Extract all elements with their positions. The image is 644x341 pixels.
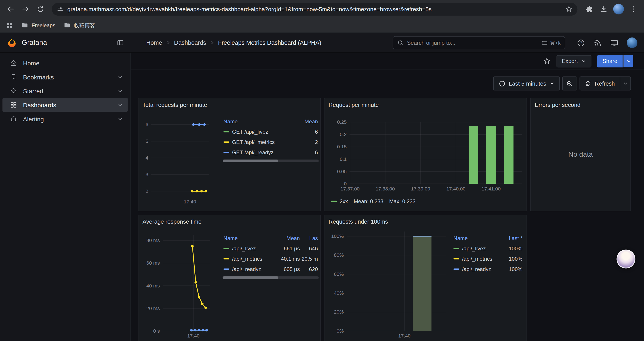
legend-col-last[interactable]: Last * xyxy=(501,235,522,241)
series-name[interactable]: GET /api/_metrics xyxy=(223,139,298,145)
panel-title[interactable]: Request per minute xyxy=(328,102,379,108)
series-name[interactable]: /api/_metrics xyxy=(454,256,501,262)
bookmark-folder-label: 收藏博客 xyxy=(74,22,95,29)
series-color-swatch xyxy=(223,131,229,133)
url-bar[interactable]: grafana.mathmast.com/d/deytv4rwavabkb/fr… xyxy=(52,3,577,15)
bookmark-folder-blogs[interactable]: 收藏博客 xyxy=(64,22,95,29)
series-name[interactable]: /api/_readyz xyxy=(454,266,501,272)
svg-text:40%: 40% xyxy=(334,290,344,296)
series-name[interactable]: 2xx xyxy=(331,198,348,204)
bookmark-star-icon[interactable] xyxy=(565,5,572,13)
legend-scrollbar[interactable] xyxy=(223,160,319,162)
chevron-down-icon xyxy=(626,59,631,63)
browser-menu-button[interactable] xyxy=(627,3,640,16)
sidebar-item-bookmarks[interactable]: Bookmarks xyxy=(2,70,128,84)
series-mean: 2 xyxy=(298,139,318,145)
request-per-minute-chart[interactable]: 0.250.20.150.10.05017:37:0017:38:0017:39… xyxy=(327,115,525,197)
svg-text:0.2: 0.2 xyxy=(340,132,346,137)
series-mean: 605 µs xyxy=(276,266,300,272)
svg-text:100%: 100% xyxy=(331,233,344,239)
share-button[interactable]: Share xyxy=(597,55,622,67)
dashboard-actions-bar: Export Share xyxy=(131,53,644,70)
average-response-time-chart[interactable]: 80 ms60 ms40 ms20 ms0 s17:40 xyxy=(140,231,215,341)
breadcrumb-dashboards[interactable]: Dashboards xyxy=(174,39,206,46)
legend-col-mean[interactable]: Mean xyxy=(298,119,318,125)
grafana-header: Grafana Home Dashboards Freeleaps Metric… xyxy=(0,33,644,53)
sidebar-item-dashboards[interactable]: Dashboards xyxy=(2,98,128,112)
display-icon[interactable] xyxy=(610,38,618,47)
svg-text:40 ms: 40 ms xyxy=(146,283,160,288)
grafana-logo[interactable] xyxy=(6,37,17,48)
collapse-sidebar-button[interactable] xyxy=(116,39,124,46)
chevron-right-icon xyxy=(210,40,214,45)
refresh-split-button: Refresh xyxy=(580,77,631,91)
series-name[interactable]: /api/_metrics xyxy=(223,256,276,262)
assistant-avatar-overlay[interactable] xyxy=(616,249,635,268)
sidebar-item-home[interactable]: Home xyxy=(2,56,128,70)
legend-row: /api/_metrics 100% xyxy=(453,254,523,264)
search-box[interactable]: ⌘+k xyxy=(392,36,565,49)
chevron-down-icon xyxy=(623,81,628,86)
forward-button[interactable] xyxy=(19,3,32,16)
series-mean: 40.1 ms xyxy=(276,256,300,262)
time-range-picker[interactable]: Last 5 minutes xyxy=(493,77,560,91)
help-icon[interactable]: ? xyxy=(577,38,585,47)
legend-col-mean[interactable]: Mean xyxy=(276,235,300,241)
series-name[interactable]: GET /api/_readyz xyxy=(223,149,298,155)
panel-title[interactable]: Total requests per minute xyxy=(142,102,207,108)
chevron-down-icon[interactable] xyxy=(118,102,123,108)
legend-col-name[interactable]: Name xyxy=(223,119,298,125)
browser-toolbar: grafana.mathmast.com/d/deytv4rwavabkb/fr… xyxy=(0,0,644,18)
apps-grid-icon[interactable] xyxy=(6,22,13,29)
chevron-down-icon[interactable] xyxy=(118,88,123,94)
legend-inline: 2xx Mean: 0.233 Max: 0.233 xyxy=(331,198,416,204)
legend-scrollbar-thumb[interactable] xyxy=(223,276,278,279)
svg-text:3: 3 xyxy=(146,172,148,177)
legend-col-name[interactable]: Name xyxy=(454,235,501,241)
series-name[interactable]: GET /api/_livez xyxy=(223,129,298,135)
legend-col-last[interactable]: Las xyxy=(300,235,318,241)
breadcrumb-home[interactable]: Home xyxy=(146,39,162,46)
downloads-button[interactable] xyxy=(597,3,610,16)
legend-scrollbar[interactable] xyxy=(223,276,319,279)
series-name[interactable]: /api/_livez xyxy=(223,245,276,252)
zoom-out-button[interactable] xyxy=(562,77,577,91)
legend-col-name[interactable]: Name xyxy=(223,235,276,241)
panel-title[interactable]: Requests under 100ms xyxy=(328,218,388,225)
export-button[interactable]: Export xyxy=(556,55,592,67)
svg-text:17:41:00: 17:41:00 xyxy=(482,186,501,192)
search-input[interactable] xyxy=(407,40,538,46)
brand-name: Grafana xyxy=(22,38,47,47)
refresh-interval-button[interactable] xyxy=(620,77,630,90)
panel-errors-per-second: Errors per second No data xyxy=(530,98,631,211)
site-settings-icon[interactable] xyxy=(57,6,64,13)
url-text[interactable]: grafana.mathmast.com/d/deytv4rwavabkb/fr… xyxy=(67,6,561,12)
news-rss-icon[interactable] xyxy=(594,39,602,47)
star-outline-icon xyxy=(543,57,551,65)
back-button[interactable] xyxy=(4,3,17,16)
svg-text:0 s: 0 s xyxy=(153,328,160,334)
sidebar-item-starred[interactable]: Starred xyxy=(2,84,128,98)
share-button-label: Share xyxy=(602,58,618,64)
svg-text:20 ms: 20 ms xyxy=(146,306,160,311)
refresh-button[interactable]: Refresh xyxy=(580,77,620,90)
total-requests-chart[interactable]: 6543217:40 xyxy=(140,115,215,211)
sidebar-item-alerting[interactable]: Alerting xyxy=(2,112,128,126)
panel-title[interactable]: Average response time xyxy=(142,218,202,225)
user-avatar[interactable] xyxy=(627,38,638,48)
share-menu-button[interactable] xyxy=(624,55,633,67)
requests-under-100ms-chart[interactable]: 100%80%60%40%20%0%17:40 xyxy=(327,231,450,341)
series-name[interactable]: /api/_readyz xyxy=(223,266,276,272)
chevron-down-icon[interactable] xyxy=(118,74,123,80)
chevron-down-icon[interactable] xyxy=(118,116,123,121)
favorite-star-button[interactable] xyxy=(543,57,551,65)
extensions-button[interactable] xyxy=(582,3,596,16)
legend-header: Name Mean xyxy=(223,116,319,127)
series-name[interactable]: /api/_livez xyxy=(454,245,501,252)
browser-profile-button[interactable] xyxy=(612,3,625,16)
legend-scrollbar-thumb[interactable] xyxy=(223,160,278,162)
panel-total-requests: Total requests per minute 6543217:40 Nam… xyxy=(138,98,321,211)
reload-button[interactable] xyxy=(34,3,47,16)
grafana-header-left: Grafana xyxy=(0,33,131,52)
bookmark-folder-freeleaps[interactable]: Freeleaps xyxy=(21,22,55,29)
